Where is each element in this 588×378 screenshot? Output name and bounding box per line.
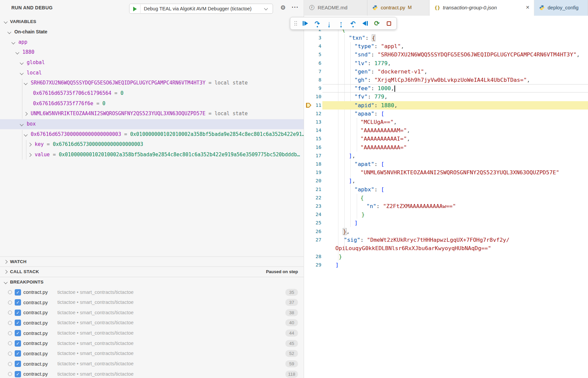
editor-line[interactable]: "n": "Z2FtZXMAAAAAAAAAAw==" (366, 202, 456, 210)
debug-config-dropdown[interactable]: Debug TEAL via AlgoKit AVM Debugger (tic… (129, 4, 273, 14)
debug-continue-button[interactable] (300, 18, 310, 28)
sidebar-resize-handle[interactable] (304, 0, 304, 378)
editor-line-number[interactable]: 19 (304, 168, 321, 177)
editor-line-number[interactable]: 12 (304, 110, 321, 118)
editor-line-number[interactable]: 5 (304, 50, 321, 59)
editor-line[interactable]: { (360, 194, 364, 202)
breakpoint-checkbox[interactable]: ✓ (15, 310, 21, 316)
variables-tree-row[interactable]: On-chain State (0, 27, 304, 37)
debug-restart-button[interactable]: ⟳ (372, 18, 382, 28)
editor-line[interactable]: "AAAAAAAAAAA=" (360, 143, 407, 152)
editor-line[interactable]: "UNML6W5NVHRIKTEOZAA4NI2SWQROSGNFNY2QS52… (360, 168, 559, 177)
breakpoint-row[interactable]: ✓contract.pytictactoe • smart_contracts/… (0, 318, 304, 328)
editor-line[interactable]: "lv": 1779, (354, 59, 391, 67)
breakpoint-row[interactable]: ✓contract.pytictactoe • smart_contracts/… (0, 338, 304, 349)
variables-tree-row[interactable]: 0x67616d6573000000000000000003 = 0x01000… (0, 130, 304, 140)
breakpoint-row[interactable]: ✓contract.pytictactoe • smart_contracts/… (0, 328, 304, 339)
editor-line-number[interactable]: 21 (304, 185, 321, 194)
editor-line-number[interactable]: 18 (304, 160, 321, 168)
variables-tree-row[interactable]: app (0, 37, 304, 48)
variables-tree-row[interactable]: value = 0x010000000102010002a358bf5bada9… (0, 150, 304, 160)
editor-line[interactable]: "apaa": [ (354, 110, 384, 118)
editor-line[interactable]: } (339, 252, 342, 261)
breakpoint-checkbox[interactable]: ✓ (15, 299, 21, 306)
variables-section-header[interactable]: VARIABLES (0, 17, 304, 27)
editor-line[interactable]: OpiLouqyG0kkEDLBNlsr6RxXJbu6arKwyoyqHUbN… (335, 244, 491, 252)
chevron-down-icon[interactable] (15, 51, 19, 54)
editor-line-number[interactable]: 15 (304, 135, 321, 143)
editor-line-number[interactable]: 8 (304, 76, 321, 84)
editor-line-number[interactable]: 3 (304, 34, 321, 42)
chevron-down-icon[interactable] (20, 61, 23, 64)
editor-line[interactable]: }, (343, 227, 350, 236)
editor-line[interactable]: ], (349, 152, 355, 160)
editor-line-number[interactable]: 9 (304, 84, 321, 92)
breakpoint-checkbox[interactable]: ✓ (15, 340, 21, 347)
debug-stop-button[interactable] (384, 18, 394, 28)
editor-line[interactable]: "apbx": [ (354, 185, 384, 194)
editor-line-number[interactable]: 23 (304, 202, 321, 210)
editor-line[interactable]: "txn": { (349, 34, 375, 42)
editor-line-number[interactable]: 7 (304, 67, 321, 76)
variables-tree-row[interactable]: UNML6W5NVHRIKTEOZAA4NI2SWQROSGNFNY2QS523… (0, 109, 304, 119)
start-debug-icon[interactable] (133, 7, 137, 11)
breakpoint-row[interactable]: ✓contract.pytictactoe • smart_contracts/… (0, 298, 304, 308)
editor-line[interactable]: "AAAAAAAAAAM=", (360, 126, 410, 135)
tab-transaction-group-0-json[interactable]: {}transaction-group-0.json✕ (429, 0, 534, 16)
debug-reverse-continue-button[interactable] (360, 18, 370, 28)
editor-line[interactable]: } (361, 210, 365, 219)
close-icon[interactable]: ✕ (526, 5, 530, 10)
editor-line-number[interactable]: 10 (304, 92, 321, 101)
editor-line-number[interactable]: 25 (304, 219, 321, 227)
breakpoint-row[interactable]: ✓contract.pytictactoe • smart_contracts/… (0, 359, 304, 369)
editor-line[interactable]: "gen": "dockernet-v1", (354, 67, 427, 76)
editor-line[interactable]: "apid": 1880, (354, 101, 397, 110)
chevron-down-icon[interactable] (24, 81, 27, 85)
breakpoint-row[interactable]: ✓contract.pytictactoe • smart_contracts/… (0, 308, 304, 318)
chevron-down-icon[interactable] (24, 133, 27, 136)
editor-line[interactable]: "gh": "XrjqMlCpJ6h9h7jyVw0bLvkpzUoWeIA4L… (354, 76, 530, 84)
variables-tree-row[interactable]: local (0, 68, 304, 78)
editor-line-number[interactable]: 28 (304, 252, 321, 261)
editor-line[interactable]: "snd": "SRH6D7XU2N6WQQ5SSYDQFG5ESO6JWEQI… (354, 50, 580, 59)
editor-line-number[interactable]: 17 (304, 152, 321, 160)
editor-line[interactable]: "MCLUgA==", (360, 118, 397, 126)
editor-line[interactable]: "sig": "DmeWt2zKUkRryc7tHHHapwzLgqUX+7FO… (344, 236, 510, 244)
debug-step-out-button[interactable]: ↑ (336, 18, 346, 28)
editor-line[interactable]: "fv": 779, (354, 92, 387, 101)
editor-line-number[interactable]: 24 (304, 210, 321, 219)
editor-line-number[interactable]: 26 (304, 227, 321, 236)
breakpoint-checkbox[interactable]: ✓ (15, 350, 21, 357)
editor-line[interactable]: "apat": [ (354, 160, 384, 168)
tab-contract-py[interactable]: contract.pyM (367, 0, 429, 16)
gear-icon[interactable]: ⚙ (280, 4, 286, 11)
editor-line[interactable]: ], (349, 177, 355, 185)
variables-tree-row[interactable]: SRH6D7XU2N6WQQ5SSYDQFG5ESO6JWEQIDPGLUGYC… (0, 78, 304, 88)
variables-tree-row[interactable]: key = 0x67616d6573000000000000000003 (0, 140, 304, 150)
watch-section-header[interactable]: WATCH (0, 256, 304, 266)
variables-tree-row[interactable]: global (0, 58, 304, 68)
breakpoint-checkbox[interactable]: ✓ (15, 330, 21, 336)
chevron-down-icon[interactable] (20, 71, 23, 75)
breakpoint-row[interactable]: ✓contract.pytictactoe • smart_contracts/… (0, 349, 304, 359)
editor-line-number[interactable]: 16 (304, 143, 321, 152)
editor-line[interactable]: "AAAAAAAAAAI=", (360, 135, 410, 143)
editor-line[interactable]: ] (335, 261, 339, 269)
breakpoint-checkbox[interactable]: ✓ (15, 371, 21, 377)
variables-tree-row[interactable]: box (0, 119, 304, 130)
editor-line-number[interactable]: 14 (304, 126, 321, 135)
editor-line[interactable]: "type": "appl", (354, 42, 404, 50)
call-stack-section-header[interactable]: CALL STACK Paused on step (0, 266, 304, 276)
debug-step-back-button[interactable]: ↶ (348, 18, 358, 28)
debug-step-over-button[interactable]: ↷ (312, 18, 322, 28)
editor-line-number[interactable]: 27 (304, 236, 321, 244)
breakpoints-section-header[interactable]: BREAKPOINTS (0, 277, 304, 287)
editor-line[interactable]: "fee": 1000, (354, 84, 395, 92)
breakpoint-row[interactable]: ✓contract.pytictactoe • smart_contracts/… (0, 369, 304, 378)
chevron-right-icon[interactable] (28, 143, 31, 146)
editor-line-number[interactable]: 6 (304, 59, 321, 67)
chevron-down-icon[interactable] (20, 122, 23, 126)
chevron-right-icon[interactable] (28, 153, 31, 157)
editor-line-number[interactable]: 20 (304, 177, 321, 185)
chevron-down-icon[interactable] (7, 30, 11, 34)
